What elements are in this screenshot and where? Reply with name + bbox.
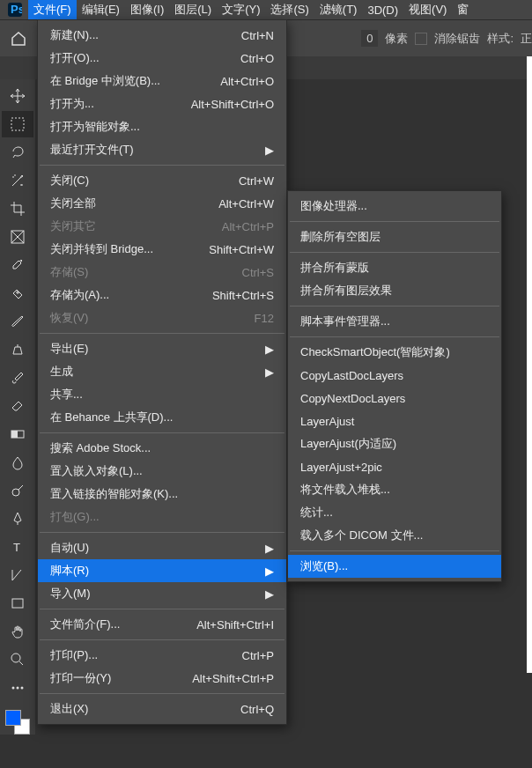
submenu-arrow-icon: ▶ bbox=[265, 144, 274, 157]
blur-tool-icon[interactable] bbox=[2, 449, 33, 476]
menu-text[interactable]: 文字(Y) bbox=[217, 0, 265, 19]
file-menu-item[interactable]: 关闭(C)Ctrl+W bbox=[38, 169, 286, 192]
script-menu-item[interactable]: 浏览(B)... bbox=[288, 555, 501, 578]
file-menu-item[interactable]: 自动(U)▶ bbox=[38, 536, 286, 559]
menu-item-label: LayerAjust(内适应) bbox=[300, 436, 396, 452]
pen-tool-icon[interactable] bbox=[2, 506, 33, 532]
heal-tool-icon[interactable] bbox=[2, 280, 33, 306]
menu-item-label: 拼合所有蒙版 bbox=[300, 260, 369, 276]
script-menu-item[interactable]: CheckSmartObject(智能对象) bbox=[288, 341, 501, 364]
script-menu-item[interactable]: 删除所有空图层 bbox=[288, 225, 501, 248]
file-menu-item[interactable]: 最近打开文件(T)▶ bbox=[38, 138, 286, 161]
clone-tool-icon[interactable] bbox=[2, 336, 33, 363]
lasso-tool-icon[interactable] bbox=[2, 139, 33, 166]
wand-tool-icon[interactable] bbox=[2, 167, 33, 194]
file-menu-item[interactable]: 置入链接的智能对象(K)... bbox=[38, 483, 286, 506]
marquee-tool-icon[interactable] bbox=[2, 111, 33, 137]
menu-item-label: CopyNextDocLayers bbox=[300, 392, 405, 405]
svg-point-9 bbox=[11, 654, 20, 662]
dodge-tool-icon[interactable] bbox=[2, 477, 33, 504]
menu-item-label: 存储(S) bbox=[50, 264, 88, 280]
script-menu-item[interactable]: 图像处理器... bbox=[288, 195, 501, 218]
svg-point-11 bbox=[17, 687, 19, 690]
home-icon[interactable] bbox=[7, 27, 30, 50]
file-menu-item[interactable]: 存储为(A)...Shift+Ctrl+S bbox=[38, 284, 286, 306]
frame-tool-icon[interactable] bbox=[2, 224, 33, 250]
file-menu-item[interactable]: 打开(O)...Ctrl+O bbox=[38, 47, 286, 70]
script-menu-item[interactable]: 统计... bbox=[288, 501, 501, 524]
menu-image[interactable]: 图像(I) bbox=[125, 0, 169, 19]
brush-tool-icon[interactable] bbox=[2, 308, 33, 335]
script-menu-item[interactable]: LayerAjust(内适应) bbox=[288, 432, 501, 455]
gradient-tool-icon[interactable] bbox=[2, 421, 33, 447]
move-tool-icon[interactable] bbox=[2, 83, 33, 109]
file-menu-item[interactable]: 退出(X)Ctrl+Q bbox=[38, 698, 286, 720]
file-menu-item[interactable]: 导入(M)▶ bbox=[38, 582, 286, 605]
script-menu-item[interactable]: LayerAjust bbox=[288, 410, 501, 432]
menu-item-label: 最近打开文件(T) bbox=[50, 142, 134, 158]
file-menu-item[interactable]: 搜索 Adobe Stock... bbox=[38, 437, 286, 460]
style-value[interactable]: 正 bbox=[521, 31, 532, 47]
file-menu-item[interactable]: 关闭全部Alt+Ctrl+W bbox=[38, 192, 286, 215]
type-tool-icon[interactable]: T bbox=[2, 534, 33, 560]
menu-item-label: 存储为(A)... bbox=[50, 287, 109, 303]
app-logo-icon: Ps bbox=[2, 2, 28, 18]
script-menu-item[interactable]: 载入多个 DICOM 文件... bbox=[288, 524, 501, 547]
history-brush-tool-icon[interactable] bbox=[2, 365, 33, 391]
svg-rect-8 bbox=[12, 599, 23, 608]
menu-filter[interactable]: 滤镜(T) bbox=[314, 0, 363, 19]
edit-toolbar-icon[interactable] bbox=[2, 675, 33, 701]
path-tool-icon[interactable] bbox=[2, 562, 33, 588]
menubar: Ps 文件(F) 编辑(E) 图像(I) 图层(L) 文字(Y) 选择(S) 滤… bbox=[0, 0, 532, 19]
file-menu-item[interactable]: 置入嵌入对象(L)... bbox=[38, 460, 286, 483]
file-menu-item[interactable]: 打开为智能对象... bbox=[38, 115, 286, 138]
menu-separator bbox=[40, 532, 284, 533]
menu-file[interactable]: 文件(F) bbox=[28, 0, 77, 19]
file-menu-item[interactable]: 在 Behance 上共享(D)... bbox=[38, 406, 286, 429]
crop-tool-icon[interactable] bbox=[2, 196, 33, 222]
menu-3d[interactable]: 3D(D) bbox=[362, 2, 403, 18]
file-menu-item[interactable]: 打印一份(Y)Alt+Shift+Ctrl+P bbox=[38, 667, 286, 690]
eyedropper-tool-icon[interactable] bbox=[2, 252, 33, 278]
shape-tool-icon[interactable] bbox=[2, 590, 33, 617]
foreground-swatch[interactable] bbox=[5, 710, 21, 726]
file-menu-item[interactable]: 文件简介(F)...Alt+Shift+Ctrl+I bbox=[38, 613, 286, 636]
script-menu-item[interactable]: CopyNextDocLayers bbox=[288, 387, 501, 410]
file-menu-item[interactable]: 生成▶ bbox=[38, 360, 286, 383]
menu-item-label: 拼合所有图层效果 bbox=[300, 283, 392, 299]
menu-item-label: 置入嵌入对象(L)... bbox=[50, 463, 143, 479]
script-menu-item[interactable]: 拼合所有图层效果 bbox=[288, 279, 501, 302]
menu-item-label: 置入链接的智能对象(K)... bbox=[50, 486, 178, 502]
file-menu-item[interactable]: 新建(N)...Ctrl+N bbox=[38, 24, 286, 47]
submenu-arrow-icon: ▶ bbox=[265, 565, 274, 578]
eraser-tool-icon[interactable] bbox=[2, 393, 33, 419]
hand-tool-icon[interactable] bbox=[2, 618, 33, 645]
script-menu-item[interactable]: LayerAjust+2pic bbox=[288, 455, 501, 478]
file-menu-item[interactable]: 脚本(R)▶ bbox=[38, 559, 286, 582]
color-swatches[interactable] bbox=[5, 710, 30, 735]
menu-item-label: 脚本(R) bbox=[50, 563, 89, 579]
file-menu-item[interactable]: 导出(E)▶ bbox=[38, 337, 286, 360]
menu-item-shortcut: Ctrl+W bbox=[239, 174, 274, 188]
file-menu-item[interactable]: 关闭并转到 Bridge...Shift+Ctrl+W bbox=[38, 238, 286, 261]
file-menu-item: 存储(S)Ctrl+S bbox=[38, 261, 286, 284]
script-menu-item[interactable]: 拼合所有蒙版 bbox=[288, 256, 501, 279]
script-menu-item[interactable]: CopyLastDocLayers bbox=[288, 364, 501, 387]
menu-item-shortcut: Alt+Ctrl+P bbox=[222, 220, 274, 233]
zoom-tool-icon[interactable] bbox=[2, 646, 33, 673]
file-menu-item[interactable]: 打印(P)...Ctrl+P bbox=[38, 644, 286, 667]
menu-item-label: 在 Bridge 中浏览(B)... bbox=[50, 73, 160, 89]
antialias-checkbox[interactable] bbox=[415, 33, 427, 45]
file-menu-item[interactable]: 共享... bbox=[38, 383, 286, 406]
menu-edit[interactable]: 编辑(E) bbox=[77, 0, 125, 19]
file-menu-item[interactable]: 在 Bridge 中浏览(B)...Alt+Ctrl+O bbox=[38, 70, 286, 92]
script-menu-item[interactable]: 脚本事件管理器... bbox=[288, 310, 501, 333]
menu-view[interactable]: 视图(V) bbox=[403, 0, 452, 19]
menu-window[interactable]: 窗 bbox=[452, 0, 474, 19]
menu-layer[interactable]: 图层(L) bbox=[169, 0, 217, 19]
file-menu-item: 恢复(V)F12 bbox=[38, 306, 286, 329]
file-menu-item[interactable]: 打开为...Alt+Shift+Ctrl+O bbox=[38, 92, 286, 115]
feather-value[interactable]: 0 bbox=[361, 30, 378, 47]
script-menu-item[interactable]: 将文件载入堆栈... bbox=[288, 478, 501, 501]
menu-select[interactable]: 选择(S) bbox=[265, 0, 314, 19]
